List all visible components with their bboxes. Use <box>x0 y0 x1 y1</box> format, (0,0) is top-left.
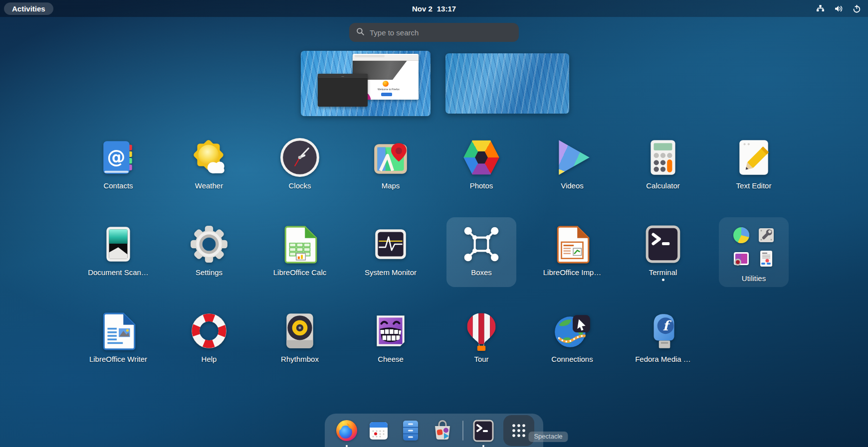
dash-dock: Spectacle <box>325 414 543 447</box>
disk-utility-icon <box>757 226 775 244</box>
folder-utilities[interactable]: Utilities <box>719 217 789 287</box>
libreoffice-calc-icon <box>279 224 320 265</box>
app-clocks[interactable]: Clocks <box>265 131 335 200</box>
system-monitor-icon <box>370 224 411 265</box>
text-editor-icon <box>733 137 774 178</box>
document-scanner-icon <box>98 224 139 265</box>
workspace-thumbnail-2[interactable] <box>445 53 569 114</box>
app-weather[interactable]: Weather <box>174 131 244 200</box>
app-terminal[interactable]: Terminal <box>628 217 698 287</box>
app-settings[interactable]: Settings <box>174 217 244 287</box>
app-label: Boxes <box>471 268 492 277</box>
app-maps[interactable]: Maps <box>356 131 426 200</box>
clock-button[interactable]: Nov 2 13:17 <box>412 4 456 13</box>
app-grid: @ Contacts <box>83 131 789 391</box>
app-label: Document Scan… <box>88 268 149 277</box>
clock-time: 13:17 <box>437 4 456 13</box>
libreoffice-writer-icon <box>98 310 139 351</box>
app-label: LibreOffice Writer <box>89 355 147 363</box>
volume-icon <box>834 4 843 13</box>
dock-terminal[interactable] <box>471 419 495 443</box>
dock-separator <box>462 421 463 441</box>
app-label: LibreOffice Imp… <box>543 268 601 277</box>
app-text-editor[interactable]: Text Editor <box>719 131 789 200</box>
files-icon <box>399 419 423 443</box>
app-connections[interactable]: Connections <box>537 304 607 374</box>
app-boxes[interactable]: Boxes <box>446 217 516 287</box>
app-label: Videos <box>561 181 584 190</box>
app-label: Tour <box>474 355 488 363</box>
cheese-icon <box>370 310 411 351</box>
app-label: Fedora Media … <box>635 355 691 363</box>
folder-label: Utilities <box>742 274 766 283</box>
activities-button[interactable]: Activities <box>4 2 53 15</box>
app-contacts[interactable]: @ Contacts <box>83 131 153 200</box>
app-label: Photos <box>470 181 493 190</box>
app-label: Connections <box>551 355 593 363</box>
app-label: Calculator <box>646 181 680 190</box>
app-system-monitor[interactable]: System Monitor <box>356 217 426 287</box>
app-grid-icon <box>509 421 529 441</box>
screenshot-icon <box>732 250 750 268</box>
app-libreoffice-impress[interactable]: LibreOffice Imp… <box>537 217 607 287</box>
app-rhythmbox[interactable]: Rhythmbox <box>265 304 335 374</box>
network-wired-icon <box>816 4 825 13</box>
usage-pie-icon <box>732 226 750 244</box>
photos-icon <box>461 137 502 178</box>
app-libreoffice-writer[interactable]: LibreOffice Writer <box>83 304 153 374</box>
app-cheese[interactable]: Cheese <box>356 304 426 374</box>
svg-text:@: @ <box>107 146 125 167</box>
workspace-thumbnail-1[interactable]: Welcome to Firefox — <box>301 51 431 116</box>
libreoffice-impress-icon <box>552 224 593 265</box>
app-label: Cheese <box>378 355 404 363</box>
app-label: Settings <box>196 268 222 277</box>
terminal-titlebar: — <box>318 74 368 79</box>
app-grid-row-1: @ Contacts <box>83 131 789 200</box>
terminal-window-preview[interactable]: — <box>318 74 368 107</box>
search-icon <box>356 27 365 38</box>
running-indicator <box>482 445 484 447</box>
running-indicator <box>662 279 664 281</box>
app-label: LibreOffice Calc <box>273 268 326 277</box>
dock-firefox[interactable] <box>335 419 359 443</box>
system-status-area[interactable] <box>816 4 868 13</box>
app-label: System Monitor <box>365 268 417 277</box>
software-icon <box>431 419 454 443</box>
top-bar: Activities Nov 2 13:17 <box>0 0 868 17</box>
connections-icon <box>552 310 593 351</box>
app-tour[interactable]: Tour <box>446 304 516 374</box>
dock-files[interactable] <box>399 419 423 443</box>
app-grid-row-2: Document Scan… Settings <box>83 217 789 287</box>
dock-tooltip: Spectacle <box>528 432 568 442</box>
firefox-icon <box>335 419 359 443</box>
dock-calendar[interactable] <box>367 419 391 443</box>
app-label: Rhythmbox <box>281 355 319 363</box>
search-bar[interactable] <box>349 23 519 42</box>
contacts-icon: @ <box>98 137 139 178</box>
help-icon <box>189 310 229 351</box>
dock-software[interactable]: Spectacle <box>431 419 454 443</box>
calculator-icon <box>643 137 683 178</box>
boxes-icon <box>461 224 502 265</box>
app-document-scanner[interactable]: Document Scan… <box>83 217 153 287</box>
terminal-icon <box>471 419 495 443</box>
app-help[interactable]: Help <box>174 304 244 374</box>
app-label: Text Editor <box>736 181 772 190</box>
fedora-media-writer-icon: f <box>643 310 683 351</box>
terminal-icon <box>643 224 683 265</box>
app-videos[interactable]: Videos <box>537 131 607 200</box>
app-grid-row-3: LibreOffice Writer Help <box>83 304 789 374</box>
app-label: Clocks <box>288 181 311 190</box>
app-photos[interactable]: Photos <box>446 131 516 200</box>
app-label: Weather <box>195 181 223 190</box>
app-calculator[interactable]: Calculator <box>628 131 698 200</box>
clock-date: Nov 2 <box>412 4 433 13</box>
folder-preview <box>732 226 775 269</box>
search-input[interactable] <box>370 28 512 37</box>
videos-icon <box>552 137 593 178</box>
firefox-welcome-text: Welcome to Firefox <box>376 88 402 90</box>
firefox-logo-icon <box>383 81 389 87</box>
document-viewer-icon <box>757 250 775 268</box>
app-libreoffice-calc[interactable]: LibreOffice Calc <box>265 217 335 287</box>
app-fedora-media-writer[interactable]: f Fedora Media … <box>628 304 698 374</box>
